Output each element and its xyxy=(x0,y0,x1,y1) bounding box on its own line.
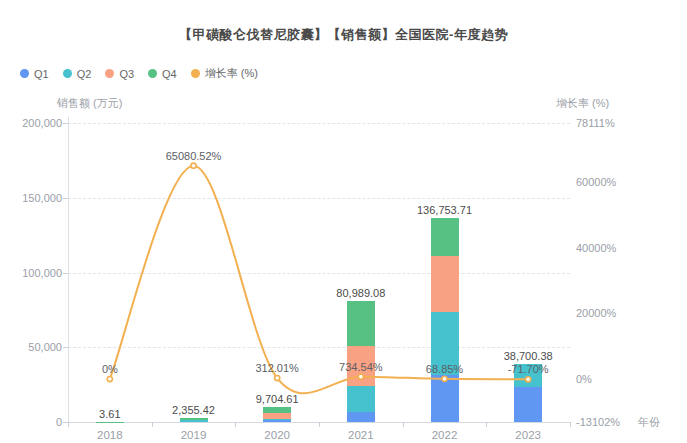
bar-segment-q1-2020[interactable] xyxy=(263,419,291,422)
x-axis-tick-label: 2023 xyxy=(515,429,541,441)
right-axis-tick-label: 20000% xyxy=(576,307,616,319)
right-axis-tick-label: 40000% xyxy=(576,242,616,254)
left-axis-tick xyxy=(63,198,68,199)
x-axis-tick-label: 2020 xyxy=(264,429,290,441)
left-axis-tick xyxy=(63,123,68,124)
bar-segment-q2-2020[interactable] xyxy=(263,419,291,420)
right-axis-tick-label: 78111% xyxy=(576,117,615,129)
bar-total-label: 2,355.42 xyxy=(172,404,215,416)
right-axis-tick-label: 0% xyxy=(576,373,592,385)
y-axis-line xyxy=(68,117,69,422)
line-point-2020[interactable] xyxy=(275,375,280,380)
legend-item-q4[interactable]: Q4 xyxy=(148,68,177,80)
bar-total-label: 136,753.71 xyxy=(417,204,472,216)
left-axis-tick-label: 200,000 xyxy=(2,117,62,129)
bar-segment-q4-2022[interactable] xyxy=(431,218,459,257)
bar-segment-q1-2022[interactable] xyxy=(431,375,459,422)
bar-total-label: 3.61 xyxy=(99,408,120,420)
bar-segment-q4-2020[interactable] xyxy=(263,407,291,413)
growth-line xyxy=(110,166,528,394)
bar-segment-q4-2021[interactable] xyxy=(347,301,375,346)
x-axis-tick xyxy=(152,422,153,427)
left-axis-tick xyxy=(63,273,68,274)
legend-item-q2[interactable]: Q2 xyxy=(63,68,92,80)
x-axis-tick xyxy=(486,422,487,427)
bar-segment-q1-2023[interactable] xyxy=(514,387,542,422)
legend-item-q1[interactable]: Q1 xyxy=(20,68,49,80)
growth-rate-label: 0% xyxy=(102,363,118,375)
growth-rate-label: 68.85% xyxy=(426,363,463,375)
x-axis-tick xyxy=(570,422,571,427)
right-axis-tick-label: 60000% xyxy=(576,176,616,188)
legend-label: 增长率 (%) xyxy=(205,66,258,81)
bar-segment-q3-2020[interactable] xyxy=(263,413,291,418)
left-axis-tick-label: 150,000 xyxy=(2,192,62,204)
left-axis-tick xyxy=(63,347,68,348)
x-axis-title: 年份 xyxy=(638,415,660,430)
legend-label: Q3 xyxy=(119,68,134,80)
x-axis-tick xyxy=(403,422,404,427)
growth-rate-label: 734.54% xyxy=(339,361,382,373)
legend-dot-icon xyxy=(191,69,200,78)
bar-total-label: 80,989.08 xyxy=(336,287,385,299)
left-axis-tick-label: 0 xyxy=(2,416,62,428)
legend-item-growth-rate[interactable]: 增长率 (%) xyxy=(191,66,258,81)
line-point-2018[interactable] xyxy=(107,376,112,381)
legend-label: Q1 xyxy=(34,68,49,80)
x-axis-tick xyxy=(235,422,236,427)
bar-segment-q2-2019[interactable] xyxy=(180,420,208,422)
x-axis-tick-label: 2022 xyxy=(432,429,458,441)
gridline xyxy=(68,198,570,199)
chart-title: 【甲磺酸仑伐替尼胶囊】【销售额】全国医院-年度趋势 xyxy=(0,26,687,44)
x-axis-tick-label: 2021 xyxy=(348,429,374,441)
x-axis-tick xyxy=(319,422,320,427)
gridline xyxy=(68,123,570,124)
chart-panel: 【甲磺酸仑伐替尼胶囊】【销售额】全国医院-年度趋势 Q1Q2Q3Q4增长率 (%… xyxy=(0,0,687,443)
left-axis-tick-label: 100,000 xyxy=(2,267,62,279)
legend-label: Q4 xyxy=(162,68,177,80)
right-axis-title: 增长率 (%) xyxy=(556,96,609,111)
gridline xyxy=(68,347,570,348)
bar-segment-q4-2019[interactable] xyxy=(180,418,208,420)
x-axis-tick-label: 2019 xyxy=(181,429,207,441)
right-axis-tick-label: -13102% xyxy=(576,416,620,428)
legend-dot-icon xyxy=(63,69,72,78)
legend-item-q3[interactable]: Q3 xyxy=(105,68,134,80)
growth-rate-label: -71.70% xyxy=(508,363,549,375)
legend-label: Q2 xyxy=(77,68,92,80)
bar-total-label: 38,700.38 xyxy=(504,350,553,362)
growth-rate-label: 312.01% xyxy=(255,362,298,374)
left-axis-tick-label: 50,000 xyxy=(2,341,62,353)
bar-segment-q3-2022[interactable] xyxy=(431,256,459,312)
x-axis-tick xyxy=(68,422,69,427)
bar-segment-q1-2021[interactable] xyxy=(347,412,375,422)
legend-dot-icon xyxy=(105,69,114,78)
bar-segment-q4-2018[interactable] xyxy=(96,422,124,423)
bar-total-label: 9,704.61 xyxy=(256,393,299,405)
gridline xyxy=(68,273,570,274)
growth-rate-label: 65080.52% xyxy=(166,150,222,162)
line-point-2019[interactable] xyxy=(191,163,196,168)
legend-dot-icon xyxy=(148,69,157,78)
x-axis-line xyxy=(65,422,570,423)
legend: Q1Q2Q3Q4增长率 (%) xyxy=(20,66,258,81)
left-axis-title: 销售额 (万元) xyxy=(57,96,122,111)
x-axis-tick-label: 2018 xyxy=(97,429,123,441)
bar-segment-q2-2021[interactable] xyxy=(347,386,375,412)
legend-dot-icon xyxy=(20,69,29,78)
